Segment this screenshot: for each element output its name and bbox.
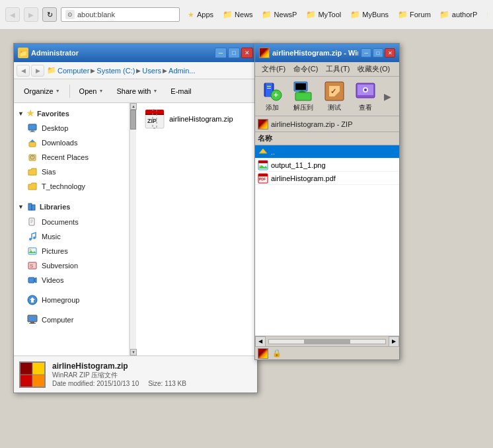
winrar-close-button[interactable]: ✕ [385,48,395,57]
winrar-toolbar-more[interactable]: ▶ [382,80,393,113]
technology-folder-icon [27,181,38,192]
bookmark-authorp-label: authorP [452,11,478,19]
path-computer[interactable]: Computer [57,67,89,75]
winrar-archive-path: airlineHistogram.zip - ZIP [271,120,352,128]
bookmark-mybuns[interactable]: 📁 MyBuns [346,7,393,22]
sidebar-item-videos[interactable]: Videos [14,273,129,287]
svg-rect-24 [30,322,34,323]
refresh-button[interactable]: ↻ [42,7,57,22]
technology-label: T_technology [42,182,85,190]
svg-rect-3 [29,142,36,147]
hscroll-thumb[interactable] [304,340,350,344]
bookmark-study[interactable]: 📁 Study [482,7,488,22]
email-button[interactable]: E-mail [165,83,197,100]
status-thumbnail [19,361,46,388]
sidebar-item-pictures[interactable]: Pictures [14,244,129,258]
organize-button[interactable]: Organize [18,83,66,100]
extract-icon [293,81,314,102]
sidebar-item-computer[interactable]: Computer [14,313,129,327]
scrollbar-thumb[interactable] [130,110,136,130]
winrar-view-button[interactable]: 查看 [351,79,380,114]
list-item[interactable]: output_11_1.png [255,159,399,172]
scrollbar-up-arrow[interactable]: ▲ [130,103,137,110]
bookmark-newsp-label: NewsP [274,11,297,19]
documents-icon [27,217,38,227]
forward-button[interactable]: ▶ [24,7,38,22]
svg-rect-8 [28,204,32,210]
bookmark-forum[interactable]: 📁 Forum [394,7,435,22]
sidebar-item-recent[interactable]: Recent Places [14,150,129,165]
svg-rect-0 [28,124,36,130]
nav-pane-scrollbar[interactable]: ▲ ▼ [130,103,136,355]
toolbar-divider-1 [69,85,70,98]
winrar-maximize-button[interactable]: □ [373,48,383,57]
computer-icon [27,315,38,325]
bookmark-mytool-label: MyTool [318,11,341,19]
bookmark-authorp[interactable]: 📁 authorP [436,7,482,22]
maximize-button[interactable]: □ [228,48,240,58]
up-dir-name: .. [271,148,275,156]
sidebar-item-desktop[interactable]: Desktop [14,121,129,135]
back-button[interactable]: ◀ [5,7,20,22]
svg-rect-44 [295,83,306,90]
path-admin[interactable]: Admin... [169,67,195,75]
bookmark-news[interactable]: 📁 News [219,7,257,22]
open-button[interactable]: Open [73,83,110,100]
address-bar[interactable]: ⊙ about:blank [61,7,180,22]
pictures-label: Pictures [42,247,68,255]
winrar-extract-button[interactable]: 解压到 [289,79,318,114]
music-label: Music [42,233,61,241]
winrar-toolbar: + 添加 解压到 [255,77,399,116]
bookmark-apps[interactable]: ★ Apps [184,7,217,22]
sidebar-item-sias[interactable]: Sias [14,165,129,179]
sidebar-item-music[interactable]: Music [14,229,129,244]
favorites-star-icon: ★ [26,108,34,118]
folder-icon: 📁 [486,10,488,19]
list-item[interactable]: ZIP airlineHistogram.zip [139,106,254,132]
share-with-button[interactable]: Share with [110,83,163,100]
minimize-button[interactable]: ─ [215,48,227,58]
favorites-header[interactable]: ▼ ★ Favorites [14,106,129,121]
sidebar-item-documents[interactable]: Documents [14,215,129,229]
bookmark-mytool[interactable]: 📁 MyTool [302,7,345,22]
computer-label: Computer [42,316,73,324]
winrar-title-icon [259,48,270,58]
sidebar-item-downloads[interactable]: Downloads [14,135,129,150]
winrar-add-button[interactable]: + 添加 [258,79,287,114]
winrar-statusbar: 🔒 [255,346,399,359]
svg-rect-45 [295,93,311,100]
sidebar-item-technology[interactable]: T_technology [14,179,129,194]
winrar-minimize-button[interactable]: ─ [361,48,371,57]
path-users[interactable]: Users [142,67,161,75]
svg-rect-23 [28,316,36,321]
menu-file[interactable]: 文件(F) [258,63,289,75]
svg-rect-16 [28,248,36,254]
winrar-test-button[interactable]: ✓ 测试 [320,79,349,114]
menu-tools[interactable]: 工具(T) [322,63,354,75]
svg-rect-39 [267,86,271,87]
bookmark-newsp[interactable]: 📁 NewsP [258,7,301,22]
explorer-titlebar: 📁 Administrator ─ □ ✕ [14,44,257,62]
hscroll-right-button[interactable]: ▶ [389,336,399,347]
menu-command[interactable]: 命令(C) [289,63,322,75]
sidebar-item-homegroup[interactable]: Homegroup [14,293,129,307]
hscroll-track [268,339,386,344]
hscroll-left-button[interactable]: ◀ [255,336,266,347]
folder-icon: 📁 [398,10,407,19]
menu-favorites[interactable]: 收藏夹(O) [354,63,394,75]
path-back-button[interactable]: ◀ [17,65,30,77]
close-button[interactable]: ✕ [241,48,253,58]
svg-rect-28 [145,114,164,115]
path-system[interactable]: System (C:) [96,67,135,75]
svg-rect-40 [267,88,271,89]
svg-rect-55 [258,161,268,163]
list-item[interactable]: .. [255,145,399,159]
svg-text:+: + [274,91,278,100]
path-forward-button[interactable]: ▶ [31,65,44,77]
browser-bar: ◀ ▶ ↻ ⊙ about:blank ★ Apps 📁 News 📁 News… [0,0,493,30]
sidebar-item-subversion[interactable]: S Subversion [14,258,129,273]
winrar-scrollbar[interactable]: ◀ ▶ [255,336,399,346]
list-item[interactable]: PDF airlineHistogram.pdf [255,172,399,185]
libraries-header[interactable]: ▼ Libraries [14,199,129,215]
scrollbar-down-arrow[interactable]: ▼ [130,349,137,355]
